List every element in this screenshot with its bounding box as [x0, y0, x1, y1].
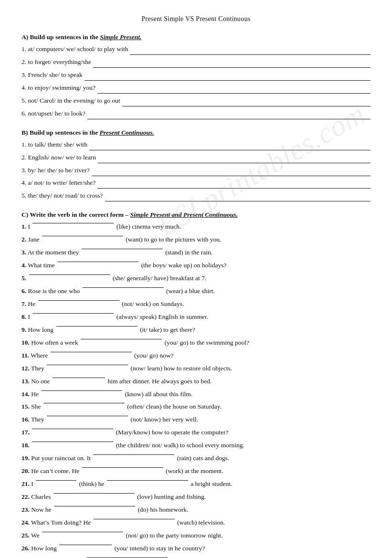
answer-blank	[81, 339, 162, 339]
answer-blank	[89, 150, 371, 150]
c-line-26: 26. How long (you/ intend) to stay in he…	[21, 543, 371, 554]
answer-blank	[122, 106, 371, 106]
answer-blank	[29, 274, 110, 275]
answer-blank	[38, 300, 119, 301]
answer-blank	[56, 326, 138, 326]
section-b-header: B) Build up sentences in the Present Con…	[21, 129, 371, 137]
line-text: 5. the/ they/ not/ road/ to cross?	[21, 190, 103, 201]
line-text: 16. They (not/ know) her very well.	[21, 414, 198, 425]
line-text: 7. He (not/ work) on Sundays.	[21, 299, 184, 310]
line-text: 11. Where (you/ go) now?	[21, 350, 173, 361]
section-b-header-italic: Present Continuous.	[100, 129, 154, 136]
answer-blank	[32, 429, 113, 429]
c-line-13: 13. No one him after dinner. He always g…	[21, 376, 371, 387]
c-line-25: 25. We (not/ go) to the party tomorrow n…	[21, 530, 371, 541]
section-b-header-text: B) Build up sentences in the	[21, 129, 100, 136]
section-b: B) Build up sentences in the Present Con…	[21, 129, 371, 202]
answer-blank	[97, 188, 371, 189]
line-text: 13. No one him after dinner. He always g…	[21, 376, 212, 387]
line-text: 6. not/upset/ he/ to look?	[21, 108, 85, 119]
c-line-23: 23. Now he (do) his homework.	[21, 505, 371, 516]
section-c-header-text: C) Write the verb in the correct form –	[21, 211, 130, 218]
c-line-16: 16. They (not/ know) her very well.	[21, 414, 371, 425]
answer-blank	[87, 119, 371, 119]
line-text: 3. At the moment they (stand) in the rai…	[21, 247, 212, 258]
answer-blank	[93, 454, 174, 455]
line-text: 15. She (often/ clean) the house on Satu…	[21, 401, 222, 412]
c-line-24: 24. What’s Tom doing? He (watch) televis…	[21, 517, 371, 528]
answer-blank	[42, 532, 123, 532]
section-a-header-italic: Simple Present.	[100, 33, 141, 41]
line-text: 21. I (think) he a bright student.	[21, 479, 233, 490]
line-text: 26. How long (you/ intend) to stay in he…	[21, 543, 205, 554]
answer-blank	[97, 93, 371, 94]
line-text: 12. They (now/ learn) how to restore old…	[21, 363, 232, 374]
section-b-line-3: 3. by/ he/ the/ to be/ river?	[21, 165, 371, 176]
answer-blank	[57, 262, 138, 262]
answer-blank	[98, 163, 371, 163]
section-b-line-2: 2. English/ now/ we/ to learn	[21, 152, 371, 163]
answer-blank	[32, 223, 114, 223]
c-line-18: 18. (the children/ not/ walk) to school …	[21, 440, 371, 451]
line-text: 23. Now he (do) his homework.	[21, 505, 188, 516]
section-a: A) Build up sentences in the Simple Pres…	[21, 33, 371, 119]
section-a-line-2: 2. to forget/ everything/she	[21, 57, 371, 68]
c-line-20: 20. He can’t come. He (work) at the mome…	[21, 466, 371, 477]
line-text: 27. Listen! The doorbell (ring).	[21, 556, 187, 558]
answer-blank	[42, 236, 123, 236]
c-line-6: 6. Rose is the one who (wear) a blue shi…	[21, 286, 371, 297]
c-line-12: 12. They (now/ learn) how to restore old…	[21, 363, 371, 374]
line-text: 3. by/ he/ the/ to be/ river?	[21, 165, 90, 176]
section-c-header: C) Write the verb in the correct form – …	[21, 211, 371, 219]
c-line-3: 3. At the moment they (stand) in the rai…	[21, 247, 371, 258]
section-c: C) Write the verb in the correct form – …	[21, 211, 371, 558]
line-text: 5. (she/ generally/ have) breakfast at 7…	[21, 273, 206, 284]
c-line-9: 9. How long (it/ take) to get there?	[21, 325, 371, 336]
section-b-line-5: 5. the/ they/ not/ road/ to cross?	[21, 190, 371, 201]
section-a-line-6: 6. not/upset/ he/ to look?	[21, 108, 371, 119]
answer-blank-2	[107, 480, 188, 481]
answer-blank	[92, 176, 371, 176]
c-line-22: 22. Charles (love) hunting and fishing.	[21, 492, 371, 503]
c-line-7: 7. He (not/ work) on Sundays.	[21, 299, 371, 310]
answer-blank	[93, 67, 371, 68]
answer-blank	[54, 506, 135, 506]
answer-blank	[105, 201, 371, 201]
line-text: 1. to talk/ them/ she/ with	[21, 139, 87, 150]
line-text: 4. What time (the boys/ wake up) on holi…	[21, 260, 226, 271]
line-text: 5. not/ Carol/ in the evening/ to go out	[21, 95, 120, 106]
line-text: 1. at/ computers/ we/ school/ to play wi…	[21, 44, 128, 55]
c-line-11: 11. Where (you/ go) now?	[21, 350, 371, 361]
answer-blank	[82, 467, 163, 468]
answer-blank	[59, 545, 112, 545]
section-a-header-text: A) Build up sentences in the	[21, 33, 100, 41]
answer-blank	[43, 403, 125, 403]
answer-blank	[82, 249, 163, 249]
line-text: 4. a/ not/ to write/ letter/she?	[21, 178, 95, 189]
c-line-5: 5. (she/ generally/ have) breakfast at 7…	[21, 273, 371, 284]
c-line-17: 17. (Mary/know) how to operate the compu…	[21, 427, 371, 438]
c-line-14: 14. He (know) all about this film.	[21, 389, 371, 400]
line-text: 25. We (not/ go) to the party tomorrow n…	[21, 530, 222, 541]
page-title: Present Simple VS Present Continuous	[21, 15, 371, 23]
line-text: 6. Rose is the one who (wear) a blue shi…	[21, 286, 215, 297]
answer-blank	[32, 442, 113, 442]
line-text: 20. He can’t come. He (work) at the mome…	[21, 466, 223, 477]
answer-blank	[32, 313, 114, 314]
section-b-line-4: 4. a/ not/ to write/ letter/she?	[21, 178, 371, 189]
answer-blank	[47, 365, 128, 365]
line-text: 3. French/ she/ to speak	[21, 70, 83, 81]
line-text: 2. English/ now/ we/ to learn	[21, 152, 96, 163]
answer-blank	[53, 378, 105, 378]
line-text: 14. He (know) all about this film.	[21, 389, 192, 400]
answer-blank	[53, 493, 135, 494]
section-a-line-5: 5. not/ Carol/ in the evening/ to go out	[21, 95, 371, 106]
line-text: 18. (the children/ not/ walk) to school …	[21, 440, 244, 451]
answer-blank	[51, 352, 132, 352]
answer-blank	[85, 80, 371, 81]
section-c-header-italic: Simple Present and Present Continuous.	[130, 211, 238, 218]
line-text: 22. Charles (love) hunting and fishing.	[21, 492, 206, 503]
section-a-line-4: 4. to enjoy/ swimming/ you?	[21, 83, 371, 94]
section-a-line-1: 1. at/ computers/ we/ school/ to play wi…	[21, 44, 371, 55]
answer-blank	[47, 416, 128, 416]
